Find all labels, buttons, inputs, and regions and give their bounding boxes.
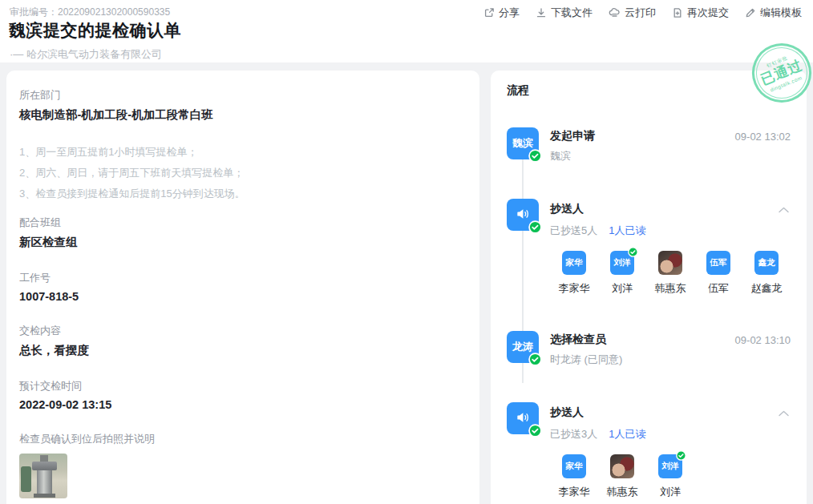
photo-part-base (34, 494, 55, 498)
cc-person[interactable]: 伍军 伍军 (694, 251, 742, 296)
cc-person[interactable]: 家华 李家华 (550, 251, 598, 296)
page-header: 审批编号：202209021302000590335 魏滨提交的提检确认单 ·—… (0, 0, 813, 62)
cc-person[interactable]: 鑫龙 赵鑫龙 (742, 251, 791, 296)
form-card: 所在部门 核电制造部-机加工段-机加工段常白班 1、周一至周五提前1小时填写提检… (6, 71, 479, 504)
avatar[interactable]: 魏滨 (507, 127, 539, 159)
cc-people-list: 家华 李家华 刘洋 刘洋 韩惠东 (550, 251, 791, 296)
cloud-print-button[interactable]: 云打印 (609, 6, 656, 20)
stamp-top-text: 钉钉审批 (756, 51, 798, 72)
step-time: 09-02 13:10 (735, 334, 791, 346)
resubmit-button[interactable]: 再次提交 (672, 6, 729, 20)
collapse-chevron-icon[interactable] (777, 404, 791, 421)
cc-people-list: 家华 李家华 韩惠东 刘洋 刘洋 (550, 454, 791, 499)
field-label-work-no: 工作号 (19, 271, 467, 285)
download-file-button[interactable]: 下载文件 (536, 6, 593, 20)
avatar: 家华 (562, 251, 586, 275)
avatar-photo (610, 454, 634, 478)
avatar: 鑫龙 (754, 251, 779, 275)
avatar: 刘洋 (658, 454, 682, 478)
edit-template-icon (745, 7, 756, 18)
avatar: 伍军 (706, 251, 730, 275)
download-icon (536, 7, 547, 18)
flow-section-title: 流程 (507, 83, 791, 98)
approved-check-icon (528, 149, 542, 163)
collapse-chevron-icon[interactable] (777, 200, 791, 218)
photo-section-label: 检查员确认到位后拍照并说明 (19, 432, 467, 446)
approved-check-icon (528, 220, 542, 234)
resubmit-icon (672, 7, 683, 18)
step-time: 09-02 13:02 (735, 131, 791, 143)
page-title: 魏滨提交的提检确认单 (9, 19, 181, 42)
share-icon (483, 7, 495, 18)
avatar: 家华 (562, 454, 586, 478)
avatar-photo (658, 251, 682, 275)
note-line: 2、周六、周日，请于周五下班前天填写提检单； (19, 163, 467, 183)
cc-person[interactable]: 刘洋 刘洋 (598, 251, 646, 296)
flow-card: 钉钉审批 已通过 dingtalk.com 流程 魏滨 发起申请 09-02 1… (491, 71, 807, 504)
photo-machine-shape (21, 466, 31, 492)
field-label-team: 配合班组 (19, 216, 467, 230)
inspection-photo-thumbnail[interactable] (19, 454, 67, 498)
avatar[interactable]: 龙涛 (507, 331, 539, 363)
cloud-print-icon (609, 7, 621, 18)
flow-step-initiate: 魏滨 发起申请 09-02 13:02 魏滨 (507, 127, 791, 163)
cc-person[interactable]: 韩惠东 (598, 454, 646, 499)
field-value-department: 核电制造部-机加工段-机加工段常白班 (19, 107, 467, 123)
field-value-expected-time: 2022-09-02 13:15 (19, 398, 467, 411)
step-subtitle: 魏滨 (550, 149, 791, 163)
cc-sent-count: 已抄送5人 (550, 224, 597, 238)
step-subtitle: 时龙涛 (已同意) (550, 353, 791, 367)
company-name: ·— 哈尔滨电气动力装备有限公司 (10, 47, 162, 62)
cc-megaphone-badge (507, 199, 539, 231)
avatar: 刘洋 (610, 251, 634, 275)
flow-step-cc-1: 抄送人 已抄送5人 1人已读 家华 李家华 刘洋 (507, 199, 791, 296)
cc-person[interactable]: 家华 李家华 (550, 454, 598, 499)
step-title: 抄送人 (550, 405, 584, 420)
edit-template-button[interactable]: 编辑模板 (745, 6, 802, 20)
note-line: 3、检查员接到提检通知后提前15分钟到达现场。 (19, 183, 467, 204)
share-button[interactable]: 分享 (483, 6, 520, 20)
step-title: 发起申请 (550, 129, 595, 143)
read-check-icon (676, 450, 686, 461)
cc-person[interactable]: 刘洋 刘洋 (646, 454, 694, 499)
cc-read-count[interactable]: 1人已读 (609, 224, 645, 238)
step-title: 选择检查员 (550, 333, 606, 347)
cc-person[interactable]: 韩惠东 (646, 251, 694, 296)
read-check-icon (628, 247, 638, 257)
flow-step-cc-2: 抄送人 已抄送3人 1人已读 家华 李家华 韩 (507, 402, 791, 499)
field-label-content: 交检内容 (19, 324, 467, 338)
field-label-expected-time: 预计交检时间 (19, 379, 467, 393)
step-title: 抄送人 (550, 202, 584, 216)
photo-part-cylinder (37, 470, 52, 495)
approved-check-icon (528, 353, 542, 366)
cc-sent-count: 已抄送3人 (550, 427, 597, 442)
field-label-department: 所在部门 (19, 88, 467, 103)
header-actions: 分享 下载文件 云打印 再次提交 编辑模板 (483, 6, 802, 20)
cc-read-count[interactable]: 1人已读 (609, 427, 645, 442)
form-notes: 1、周一至周五提前1小时填写提检单； 2、周六、周日，请于周五下班前天填写提检单… (19, 142, 467, 204)
approved-check-icon (528, 424, 542, 437)
photo-part-cap (32, 462, 57, 470)
approval-number: 审批编号：202209021302000590335 (10, 6, 170, 19)
field-value-team: 新区检查组 (19, 235, 467, 250)
field-value-content: 总长，看摆度 (19, 343, 467, 358)
note-line: 1、周一至周五提前1小时填写提检单； (19, 142, 467, 163)
cc-megaphone-badge (507, 402, 539, 434)
field-value-work-no: 1007-818-5 (19, 290, 467, 303)
flow-step-choose-inspector: 龙涛 选择检查员 09-02 13:10 时龙涛 (已同意) (507, 331, 791, 367)
